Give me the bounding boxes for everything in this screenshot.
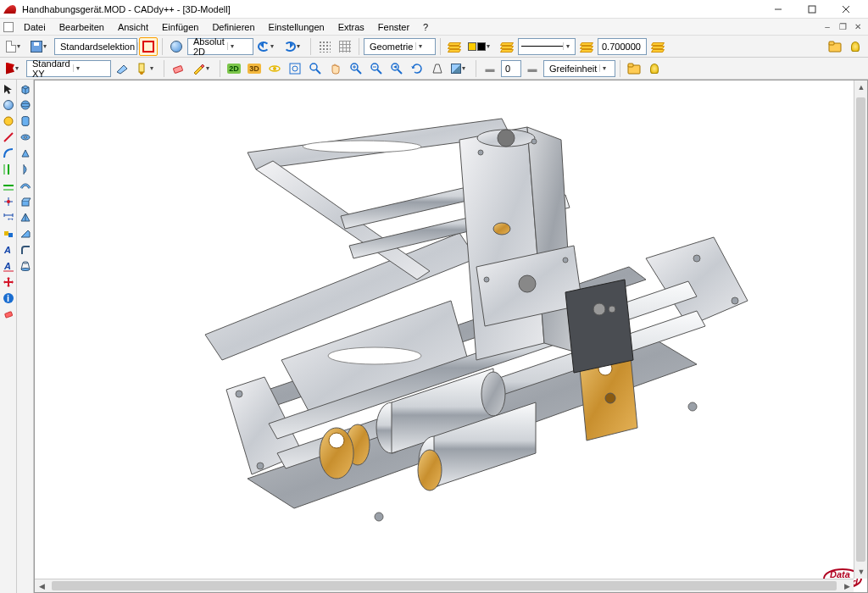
pipe-tool[interactable] (18, 178, 33, 193)
tool-surface-b[interactable]: A (1, 258, 16, 274)
pencil-button[interactable]: ▾ (189, 59, 215, 78)
scroll-down-icon[interactable]: ▼ (854, 565, 868, 579)
prism-tool[interactable] (18, 146, 33, 161)
revolve-icon (19, 163, 31, 175)
spacer-dash-button-2[interactable]: ▬ (523, 59, 542, 78)
part-library-button[interactable] (826, 37, 844, 56)
selection-mode-combo[interactable]: Standardselektion▾ (54, 38, 137, 55)
part-library-button-2[interactable] (625, 59, 643, 78)
menu-einstellungen[interactable]: Einstellungen (262, 20, 331, 34)
svg-rect-5 (829, 42, 834, 45)
linewidth-field[interactable]: 0.700000 (598, 38, 647, 55)
tool-move[interactable] (1, 274, 16, 290)
undo-button[interactable]: ▾ (255, 37, 280, 56)
coordinate-globe-button[interactable] (167, 37, 186, 56)
tool-grid-point[interactable] (1, 194, 16, 209)
pyramid-tool[interactable] (18, 210, 33, 225)
numeric-field[interactable]: 0 (501, 60, 521, 77)
tool-world[interactable] (1, 97, 16, 113)
layer-visibility-button[interactable] (498, 37, 516, 56)
coordinate-mode-label: Absolut 2D (191, 36, 227, 57)
mdi-restore-button[interactable]: ❐ (836, 21, 849, 33)
torus-tool[interactable] (18, 130, 33, 145)
mdi-close-button[interactable]: ✕ (851, 21, 865, 33)
close-button[interactable] (829, 0, 863, 19)
zoom-out-icon (370, 62, 383, 75)
zoom-in-button[interactable] (347, 59, 365, 78)
scroll-thumb-horizontal[interactable] (52, 581, 837, 590)
selection-filter-button[interactable] (139, 37, 158, 56)
zoom-window-button[interactable] (306, 59, 325, 78)
menu-definieren[interactable]: Definieren (205, 20, 261, 34)
tool-info[interactable]: i (1, 291, 16, 306)
plane-tool-button[interactable] (113, 59, 131, 78)
highlight-button[interactable]: ▾ (133, 59, 159, 78)
scrollbar-horizontal[interactable]: ◀ ▶ (35, 579, 854, 592)
scroll-right-icon[interactable]: ▶ (840, 579, 854, 593)
menu-bearbeiten[interactable]: Bearbeiten (53, 20, 111, 34)
tool-sketch-horz[interactable] (1, 178, 16, 193)
menu-einfuegen[interactable]: Einfügen (155, 20, 205, 34)
scroll-thumb-vertical[interactable] (856, 97, 865, 562)
new-document-button[interactable]: ▾ (3, 37, 26, 56)
tool-assembly[interactable] (1, 226, 16, 241)
workplane-combo[interactable]: Standard XY▾ (26, 60, 111, 77)
maximize-button[interactable] (795, 0, 829, 19)
view-3d-button[interactable]: 3D (245, 59, 264, 78)
tool-edit-primitive[interactable] (1, 114, 16, 129)
scroll-up-icon[interactable]: ▲ (854, 80, 868, 94)
fillet-solid-tool[interactable] (18, 242, 33, 258)
menu-ansicht[interactable]: Ansicht (111, 20, 155, 34)
linetype-layer-button[interactable] (577, 37, 596, 56)
loft-tool[interactable] (18, 258, 33, 274)
tool-line[interactable] (1, 130, 16, 145)
cylinder-tool[interactable] (18, 114, 33, 129)
view-2d-button[interactable]: 2D (225, 59, 243, 78)
zoom-out-button[interactable] (367, 59, 386, 78)
orbit-button[interactable] (265, 59, 284, 78)
linetype-combo[interactable]: ▾ (518, 38, 576, 55)
tool-surface-a[interactable]: A (1, 242, 16, 258)
solid-box-tool[interactable] (18, 81, 33, 97)
layer-manager-button[interactable] (445, 37, 464, 56)
tool-delete[interactable] (1, 307, 16, 322)
scrollbar-vertical[interactable]: ▲ ▼ (854, 80, 867, 579)
redo-button[interactable]: ▾ (281, 37, 306, 56)
extrude-tool[interactable] (18, 194, 33, 209)
render-mode-button[interactable]: ▾ (448, 59, 471, 78)
revolve-tool[interactable] (18, 162, 33, 177)
save-button[interactable]: ▾ (28, 37, 53, 56)
view-flag-button[interactable]: ▾ (3, 59, 25, 78)
scroll-left-icon[interactable]: ◀ (35, 579, 48, 593)
snap-grid-button[interactable] (315, 37, 334, 56)
eraser-button[interactable] (169, 59, 187, 78)
mdi-minimize-button[interactable]: – (821, 21, 834, 33)
menu-extras[interactable]: Extras (331, 20, 371, 34)
wedge-tool[interactable] (18, 226, 33, 241)
ellipsoid-tool[interactable] (18, 97, 33, 113)
minimize-button[interactable] (761, 0, 795, 19)
tool-sketch-vert[interactable] (1, 162, 16, 177)
pan-button[interactable] (326, 59, 345, 78)
color-picker-button[interactable]: ▾ (465, 37, 496, 56)
rebuild-button[interactable] (408, 59, 426, 78)
grid-button[interactable] (336, 37, 354, 56)
zoom-previous-button[interactable] (387, 59, 406, 78)
svg-point-61 (498, 130, 515, 147)
tool-cursor[interactable] (1, 81, 16, 97)
component-combo[interactable]: Greifeinheit▾ (543, 60, 615, 77)
tool-blend[interactable] (1, 146, 16, 161)
ideas-button[interactable] (846, 37, 865, 56)
viewport-3d[interactable]: Data Solid ▲ ▼ ◀ ▶ (34, 80, 868, 593)
menu-fenster[interactable]: Fenster (371, 20, 416, 34)
zoom-extents-button[interactable] (286, 59, 304, 78)
coordinate-mode-combo[interactable]: Absolut 2D▾ (187, 38, 253, 55)
lineweight-layer-button[interactable] (648, 37, 667, 56)
perspective-button[interactable] (428, 59, 447, 78)
tool-measure[interactable]: ↔ (1, 210, 16, 225)
spacer-dash-button[interactable]: ▬ (481, 59, 499, 78)
ideas-button-2[interactable] (645, 59, 664, 78)
menu-datei[interactable]: Datei (17, 20, 53, 34)
menu-help[interactable]: ? (416, 20, 435, 34)
layer-combo[interactable]: Geometrie▾ (364, 38, 436, 55)
